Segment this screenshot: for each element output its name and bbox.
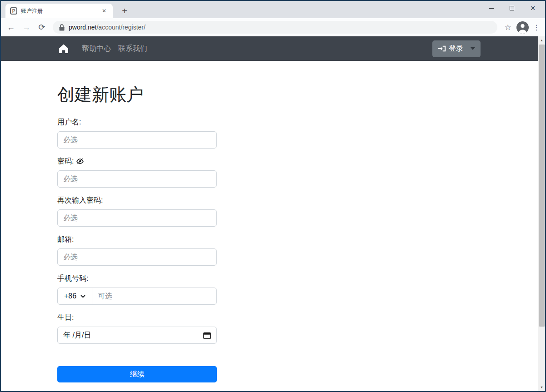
country-code-value: +86 bbox=[64, 292, 76, 300]
phone-input-group: +86 bbox=[57, 288, 217, 305]
nav-link-help-center[interactable]: 帮助中心 bbox=[78, 44, 115, 54]
confirm-password-label: 再次输入密码: bbox=[57, 195, 217, 206]
close-button[interactable]: ✕ bbox=[522, 1, 543, 15]
maximize-icon bbox=[510, 6, 514, 10]
site-navbar: 帮助中心 联系我们 登录 bbox=[1, 36, 538, 61]
email-label: 邮箱: bbox=[57, 234, 217, 245]
forward-button[interactable]: → bbox=[20, 21, 33, 34]
lock-icon bbox=[59, 24, 65, 31]
minimize-icon bbox=[489, 8, 494, 9]
password-label: 密码: bbox=[57, 156, 74, 167]
continue-button[interactable]: 继续 bbox=[57, 366, 217, 382]
reload-button[interactable]: ⟳ bbox=[35, 21, 48, 34]
page-viewport: 帮助中心 联系我们 登录 创建新账户 bbox=[1, 36, 545, 391]
username-input[interactable] bbox=[57, 131, 217, 149]
window-controls: ✕ bbox=[481, 1, 543, 15]
browser-toolbar: ← → ⟳ pword.net/account/register/ ☆ ⋮ bbox=[1, 18, 545, 36]
new-tab-button[interactable]: + bbox=[118, 5, 131, 17]
sign-in-icon bbox=[438, 45, 446, 52]
login-button[interactable]: 登录 bbox=[432, 40, 481, 57]
tab-close-icon[interactable]: ✕ bbox=[100, 7, 108, 15]
back-button[interactable]: ← bbox=[5, 21, 17, 34]
email-field-group: 邮箱: bbox=[57, 234, 217, 266]
address-bar[interactable]: pword.net/account/register/ bbox=[53, 21, 497, 34]
birthday-field-group: 生日: 年 /月/日 bbox=[57, 312, 217, 344]
home-icon bbox=[58, 44, 69, 54]
url-domain: pword.net bbox=[69, 24, 96, 31]
email-input[interactable] bbox=[57, 248, 217, 266]
person-icon bbox=[516, 21, 529, 34]
login-dropdown-caret-icon[interactable] bbox=[471, 47, 475, 50]
web-page: 帮助中心 联系我们 登录 创建新账户 bbox=[1, 36, 538, 391]
country-code-select[interactable]: +86 bbox=[57, 288, 92, 305]
minimize-button[interactable] bbox=[481, 1, 501, 15]
phone-field-group: 手机号码: +86 bbox=[57, 273, 217, 305]
birthday-date-input[interactable]: 年 /月/日 bbox=[57, 327, 217, 344]
bookmark-star-icon[interactable]: ☆ bbox=[502, 23, 514, 32]
maximize-button[interactable] bbox=[501, 1, 522, 15]
close-icon: ✕ bbox=[530, 5, 536, 11]
url-path: /account/register/ bbox=[96, 24, 145, 31]
browser-menu-icon[interactable]: ⋮ bbox=[531, 23, 541, 32]
home-link[interactable] bbox=[58, 43, 69, 54]
scrollbar-thumb[interactable] bbox=[539, 45, 545, 327]
confirm-password-field-group: 再次输入密码: bbox=[57, 195, 217, 227]
username-label: 用户名: bbox=[57, 117, 217, 128]
scroll-up-icon[interactable]: ▲ bbox=[538, 36, 545, 44]
vertical-scrollbar[interactable]: ▲ ▼ bbox=[538, 36, 545, 391]
tab-title: 账户注册 bbox=[21, 7, 96, 15]
tab-strip: P 账户注册 ✕ + ✕ bbox=[1, 1, 545, 18]
calendar-icon[interactable] bbox=[203, 332, 211, 339]
browser-window: P 账户注册 ✕ + ✕ ← → ⟳ pword.net/account/reg… bbox=[0, 0, 546, 392]
nav-link-contact-us[interactable]: 联系我们 bbox=[115, 44, 151, 54]
favicon-icon: P bbox=[10, 7, 17, 15]
url-text: pword.net/account/register/ bbox=[69, 24, 145, 31]
phone-label: 手机号码: bbox=[57, 273, 217, 284]
page-title: 创建新账户 bbox=[57, 84, 217, 104]
scroll-down-icon[interactable]: ▼ bbox=[538, 383, 545, 391]
page-content: 创建新账户 用户名: 密码: bbox=[1, 61, 538, 391]
birthday-label: 生日: bbox=[57, 312, 217, 323]
username-field-group: 用户名: bbox=[57, 117, 217, 149]
date-placeholder: 年 /月/日 bbox=[63, 331, 203, 340]
password-field-group: 密码: bbox=[57, 156, 217, 188]
phone-input[interactable] bbox=[92, 288, 217, 305]
confirm-password-input[interactable] bbox=[57, 209, 217, 227]
chevron-down-icon bbox=[80, 295, 85, 298]
browser-tab[interactable]: P 账户注册 ✕ bbox=[5, 4, 113, 18]
eye-slash-icon[interactable] bbox=[76, 158, 84, 164]
password-input[interactable] bbox=[57, 170, 217, 188]
login-label: 登录 bbox=[449, 44, 463, 54]
register-form: 创建新账户 用户名: 密码: bbox=[57, 84, 217, 382]
profile-avatar[interactable] bbox=[516, 21, 529, 34]
